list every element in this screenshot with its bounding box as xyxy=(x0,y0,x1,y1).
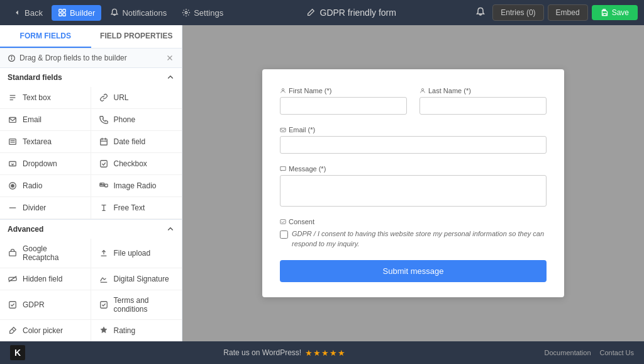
svg-rect-29 xyxy=(104,184,107,186)
field-url[interactable]: URL xyxy=(91,87,182,109)
field-text-box[interactable]: Text box xyxy=(0,87,91,109)
alert-bell-icon xyxy=(475,7,486,17)
field-file-upload[interactable]: File upload xyxy=(91,239,182,268)
field-image-radio[interactable]: Image Radio xyxy=(91,175,182,197)
field-radio[interactable]: Radio xyxy=(0,175,91,197)
bottom-bar: K Rate us on WordPress! ★★★★★ Documentat… xyxy=(0,341,644,364)
checkbox-icon xyxy=(99,159,109,169)
builder-button[interactable]: Builder xyxy=(52,5,101,21)
svg-rect-15 xyxy=(9,118,16,123)
terms-icon xyxy=(99,300,109,310)
consent-label: Consent xyxy=(280,218,547,225)
tab-form-fields[interactable]: FORM FIELDS xyxy=(0,25,91,48)
svg-rect-16 xyxy=(9,139,16,145)
field-email[interactable]: Email xyxy=(0,109,91,131)
field-color-picker[interactable]: Color picker xyxy=(0,320,91,341)
email-row: Email (*) xyxy=(280,126,547,154)
bottom-right: Documentation Contact Us xyxy=(545,349,634,356)
form-title: GDPR friendly form xyxy=(320,8,396,18)
main-layout: FORM FIELDS FIELD PROPERTIES Drag & Drop… xyxy=(0,25,644,341)
advanced-section-header[interactable]: Advanced xyxy=(0,220,182,239)
save-button[interactable]: Save xyxy=(592,5,638,20)
field-date[interactable]: Date field xyxy=(91,131,182,153)
svg-rect-19 xyxy=(100,139,107,145)
last-name-field: Last Name (*) xyxy=(419,87,547,115)
email-field: Email (*) xyxy=(280,126,547,154)
last-name-label: Last Name (*) xyxy=(419,87,547,94)
dropdown-icon xyxy=(8,159,18,169)
back-button[interactable]: Back xyxy=(6,5,49,21)
alert-button[interactable] xyxy=(472,4,489,22)
field-divider[interactable]: Divider xyxy=(0,197,91,219)
tab-field-properties[interactable]: FIELD PROPERTIES xyxy=(91,25,182,48)
content-area: First Name (*) Last Name (*) xyxy=(182,25,644,341)
svg-rect-5 xyxy=(603,13,606,15)
text-cursor-icon xyxy=(8,93,18,103)
phone-icon xyxy=(99,115,109,125)
builder-icon xyxy=(58,8,67,17)
user-icon xyxy=(280,88,286,94)
field-terms[interactable]: Terms and conditions xyxy=(91,290,182,320)
notifications-button[interactable]: Notifications xyxy=(104,5,173,21)
advanced-chevron-up-icon xyxy=(167,225,174,233)
field-rating[interactable]: Rating xyxy=(91,320,182,341)
field-checkbox[interactable]: Checkbox xyxy=(91,153,182,175)
settings-button[interactable]: Settings xyxy=(175,5,230,21)
radio-icon xyxy=(8,181,18,191)
svg-point-9 xyxy=(11,56,12,57)
textarea-icon xyxy=(8,137,18,147)
svg-rect-0 xyxy=(59,9,62,12)
settings-icon xyxy=(182,8,191,17)
svg-rect-3 xyxy=(63,13,65,16)
nav-left: Back Builder Notifications Settings xyxy=(6,5,230,21)
image-radio-icon xyxy=(99,181,109,191)
embed-button[interactable]: Embed xyxy=(548,4,588,21)
documentation-link[interactable]: Documentation xyxy=(545,349,591,356)
close-icon[interactable] xyxy=(165,54,174,62)
submit-button[interactable]: Submit message xyxy=(280,260,547,282)
stars: ★★★★★ xyxy=(305,348,346,358)
back-icon xyxy=(13,8,21,17)
field-free-text[interactable]: Free Text xyxy=(91,197,182,219)
bottom-left: K xyxy=(10,345,25,360)
message-field: Message (*) xyxy=(280,165,547,207)
consent-text: GDPR / I consent to having this website … xyxy=(292,229,547,249)
form-title-area: GDPR friendly form xyxy=(230,8,472,18)
info-icon xyxy=(8,54,16,62)
envelope-icon xyxy=(8,115,18,125)
rating-icon xyxy=(99,326,109,336)
chevron-up-icon xyxy=(167,74,174,81)
user-icon2 xyxy=(419,88,426,94)
message-icon xyxy=(280,166,286,172)
bottom-center: Rate us on WordPress! ★★★★★ xyxy=(223,348,346,358)
hidden-icon xyxy=(8,274,18,284)
consent-icon xyxy=(280,219,286,225)
svg-point-39 xyxy=(421,89,423,91)
standard-fields-grid: Text box URL Email Phone xyxy=(0,87,182,220)
field-dropdown[interactable]: Dropdown xyxy=(0,153,91,175)
consent-checkbox[interactable] xyxy=(280,230,288,239)
upload-icon xyxy=(99,248,109,258)
email-input[interactable] xyxy=(280,136,547,154)
calendar-icon xyxy=(99,137,109,147)
svg-rect-40 xyxy=(280,128,286,132)
field-digital-signature[interactable]: Digital Signature xyxy=(91,268,182,290)
recaptcha-icon xyxy=(8,248,18,258)
svg-point-4 xyxy=(185,11,187,14)
svg-rect-2 xyxy=(59,13,62,16)
field-gdpr[interactable]: GDPR xyxy=(0,290,91,320)
field-recaptcha[interactable]: Google Recaptcha xyxy=(0,239,91,268)
form-preview: First Name (*) Last Name (*) xyxy=(262,69,564,297)
entries-button[interactable]: Entries (0) xyxy=(492,4,543,21)
field-phone[interactable]: Phone xyxy=(91,109,182,131)
save-icon xyxy=(601,9,609,17)
standard-section-header[interactable]: Standard fields xyxy=(0,68,182,87)
field-hidden[interactable]: Hidden field xyxy=(0,268,91,290)
contact-us-link[interactable]: Contact Us xyxy=(600,349,634,356)
svg-point-38 xyxy=(282,89,284,91)
field-textarea[interactable]: Textarea xyxy=(0,131,91,153)
message-textarea[interactable] xyxy=(280,175,547,207)
last-name-input[interactable] xyxy=(419,97,547,115)
top-nav: Back Builder Notifications Settings GDPR… xyxy=(0,0,644,25)
first-name-input[interactable] xyxy=(280,97,407,115)
